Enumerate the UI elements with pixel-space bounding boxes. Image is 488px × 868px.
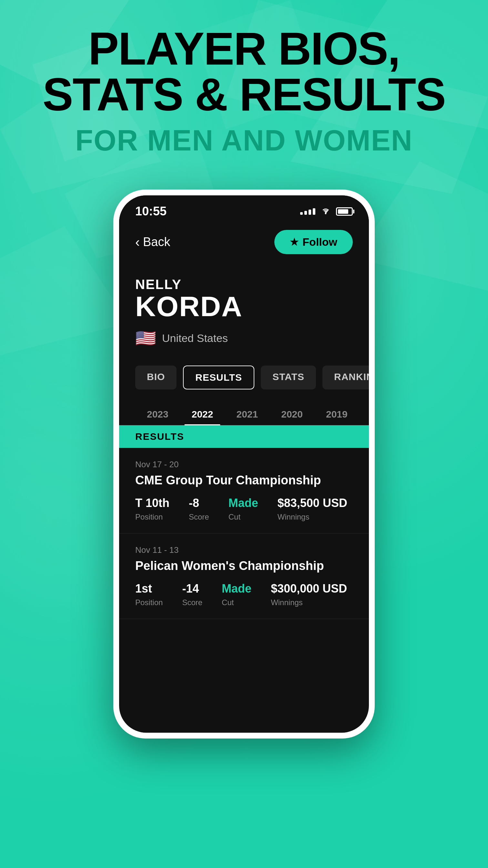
results-header: RESULTS — [119, 425, 369, 448]
header-title: PLAYER BIOS, STATS & RESULTS — [0, 26, 488, 118]
year-2018[interactable]: 2018 — [359, 404, 369, 425]
status-bar: 10:55 — [119, 195, 369, 223]
stat-winnings-value-2: $300,000 USD — [271, 582, 347, 595]
stat-cut-label-1: Cut — [228, 513, 258, 522]
tournament-date-1: Nov 17 - 20 — [135, 460, 353, 469]
tab-rankings[interactable]: RANKINGS — [322, 366, 369, 390]
tab-bio[interactable]: BIO — [135, 366, 176, 390]
country-name: United States — [162, 332, 228, 345]
header-subtitle: FOR MEN AND WOMEN — [0, 124, 488, 157]
stat-position-2: 1st Position — [135, 582, 163, 607]
stat-score-value-2: -14 — [182, 582, 202, 595]
signal-icon — [300, 208, 315, 215]
player-country: 🇺🇸 United States — [135, 329, 353, 348]
tournament-card-2: Nov 11 - 13 Pelican Women's Championship… — [119, 533, 369, 619]
stat-position-1: T 10th Position — [135, 496, 169, 522]
player-last-name: KORDA — [135, 292, 353, 321]
tournament-name-2: Pelican Women's Championship — [135, 559, 353, 573]
tournament-stats-1: T 10th Position -8 Score Made Cut $83,50… — [135, 496, 353, 522]
tournament-name-1: CME Group Tour Championship — [135, 473, 353, 487]
stat-cut-label-2: Cut — [222, 598, 252, 607]
back-label: Back — [143, 235, 170, 249]
nav-bar: ‹ Back ★ Follow — [119, 223, 369, 260]
year-2023[interactable]: 2023 — [135, 404, 180, 425]
header-title-line1: PLAYER BIOS, — [0, 26, 488, 72]
wifi-icon — [320, 205, 331, 218]
year-navigation: 2023 2022 2021 2020 2019 2018 — [119, 397, 369, 425]
player-first-name: NELLY — [135, 277, 353, 292]
phone-mockup: 10:55 — [0, 190, 488, 739]
stat-position-label-1: Position — [135, 513, 169, 522]
year-2020[interactable]: 2020 — [269, 404, 314, 425]
stat-score-1: -8 Score — [189, 496, 209, 522]
stat-cut-2: Made Cut — [222, 582, 252, 607]
tournament-card-1: Nov 17 - 20 CME Group Tour Championship … — [119, 448, 369, 533]
year-2022[interactable]: 2022 — [180, 404, 225, 425]
player-profile: NELLY KORDA 🇺🇸 United States — [119, 260, 369, 358]
stat-winnings-1: $83,500 USD Winnings — [278, 496, 347, 522]
stat-winnings-label-2: Winnings — [271, 598, 347, 607]
country-flag: 🇺🇸 — [135, 329, 156, 348]
back-button[interactable]: ‹ Back — [135, 235, 170, 250]
year-2019[interactable]: 2019 — [314, 404, 359, 425]
stat-position-value-2: 1st — [135, 582, 163, 595]
star-icon: ★ — [290, 237, 298, 248]
stat-winnings-value-1: $83,500 USD — [278, 496, 347, 510]
stat-position-value-1: T 10th — [135, 496, 169, 510]
back-chevron-icon: ‹ — [135, 235, 140, 250]
tournament-date-2: Nov 11 - 13 — [135, 545, 353, 555]
phone-screen: 10:55 — [119, 195, 369, 733]
tab-stats[interactable]: STATS — [261, 366, 316, 390]
header-section: PLAYER BIOS, STATS & RESULTS FOR MEN AND… — [0, 0, 488, 170]
battery-icon — [336, 207, 353, 216]
tournament-stats-2: 1st Position -14 Score Made Cut $300,000… — [135, 582, 353, 607]
stat-cut-value-1: Made — [228, 496, 258, 510]
tab-results[interactable]: RESULTS — [183, 366, 254, 390]
stat-score-label-2: Score — [182, 598, 202, 607]
status-icons — [300, 205, 353, 218]
results-title: RESULTS — [135, 431, 353, 442]
phone-outer-shell: 10:55 — [113, 190, 375, 739]
status-time: 10:55 — [135, 205, 166, 218]
follow-button[interactable]: ★ Follow — [274, 230, 353, 254]
header-title-line2: STATS & RESULTS — [0, 72, 488, 118]
svg-point-10 — [325, 213, 327, 214]
stat-score-value-1: -8 — [189, 496, 209, 510]
stat-winnings-label-1: Winnings — [278, 513, 347, 522]
stat-cut-value-2: Made — [222, 582, 252, 595]
stat-score-label-1: Score — [189, 513, 209, 522]
battery-fill — [338, 209, 348, 214]
stat-score-2: -14 Score — [182, 582, 202, 607]
stat-winnings-2: $300,000 USD Winnings — [271, 582, 347, 607]
stat-position-label-2: Position — [135, 598, 163, 607]
tab-navigation: BIO RESULTS STATS RANKINGS — [119, 358, 369, 397]
follow-label: Follow — [302, 236, 337, 248]
stat-cut-1: Made Cut — [228, 496, 258, 522]
year-2021[interactable]: 2021 — [225, 404, 270, 425]
